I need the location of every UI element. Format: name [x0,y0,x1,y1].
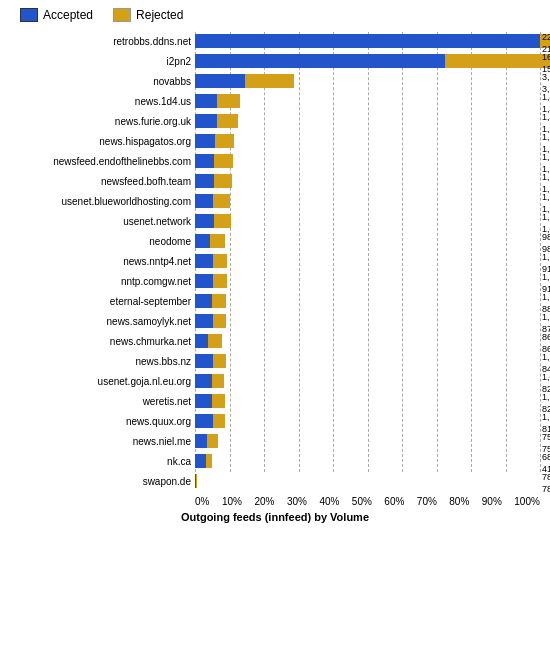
bars-wrapper: 685,249419,299 [195,454,540,468]
bar-accepted [195,34,540,48]
bar-row: usenet.goja.nl.eu.org1,080,047822,012 [10,372,540,390]
bar-rejected [207,434,219,448]
bar-accepted [195,394,212,408]
bars-wrapper: 1,412,2611,392,691 [195,114,540,128]
bar-accepted [195,434,207,448]
bar-accepted [195,254,213,268]
bar-rejected [213,254,227,268]
bar-label: usenet.network [10,216,195,227]
bar-row: i2pn216,141,98515,121,902 [10,52,540,70]
bar-area: 1,177,870919,835 [195,254,540,268]
bar-label: newsfeed.bofh.team [10,176,195,187]
bar-row: eternal-september1,107,371880,428 [10,292,540,310]
bars-wrapper: 757,459757,459 [195,434,540,448]
bar-accepted [195,154,214,168]
bar-row: news.samoylyk.net1,142,081876,846 [10,312,540,330]
bar-label: news.furie.org.uk [10,116,195,127]
bar-rejected [214,214,231,228]
bar-row: swapon.de78,18578,185 [10,472,540,490]
bar-area: 16,141,98515,121,902 [195,54,540,68]
bar-area: 1,115,197821,837 [195,394,540,408]
bar-area: 1,220,2611,077,335 [195,214,540,228]
bar-rejected [213,354,226,368]
chart-wrapper: retrobbs.ddns.net22,299,83221,648,579i2p… [10,32,540,492]
bar-row: usenet.network1,220,2611,077,335 [10,212,540,230]
x-axis-label: 30% [287,496,307,507]
bar-rejected [212,294,226,308]
bar-row: news.bbs.nz1,177,754845,633 [10,352,540,370]
bar-accepted [195,54,445,68]
bar-label: news.quux.org [10,416,195,427]
bar-accepted [195,194,213,208]
bars-wrapper: 863,513863,513 [195,334,540,348]
bar-label: news.nntp4.net [10,256,195,267]
bar-label: nntp.comgw.net [10,276,195,287]
bar-label: news.hispagatos.org [10,136,195,147]
bar-row: retrobbs.ddns.net22,299,83221,648,579 [10,32,540,50]
bar-label: news.1d4.us [10,96,195,107]
bar-area: 1,412,2611,392,691 [195,114,540,128]
bar-row: news.furie.org.uk1,412,2611,392,691 [10,112,540,130]
bar-accepted [195,414,213,428]
bar-rejected [214,174,233,188]
bars-wrapper: 1,177,754845,633 [195,354,540,368]
chart-container: Accepted Rejected retrobbs.ddns.net22,29… [0,0,550,655]
x-axis-label: 90% [482,496,502,507]
bar-label: news.bbs.nz [10,356,195,367]
bar-label: weretis.net [10,396,195,407]
bars-wrapper: 78,18578,185 [195,474,540,488]
bar-area: 1,196,8461,196,646 [195,174,540,188]
bar-row: news.nntp4.net1,177,870919,835 [10,252,540,270]
bars-wrapper: 22,299,83221,648,579 [195,34,540,48]
x-axis-label: 100% [514,496,540,507]
legend-accepted-label: Accepted [43,8,93,22]
bar-accepted [195,114,217,128]
bar-accepted [195,174,214,188]
bar-label: news.niel.me [10,436,195,447]
bar-row: news.hispagatos.org1,277,9971,226,493 [10,132,540,150]
bar-accepted [195,374,212,388]
bar-rejected [245,74,294,88]
bars-wrapper: 3,250,0693,169,672 [195,74,540,88]
bar-accepted [195,354,213,368]
bar-area: 1,136,667814,385 [195,414,540,428]
bar-accepted [195,314,213,328]
bar-rejected [208,334,221,348]
bar-rejected [213,414,226,428]
bar-area: 1,142,081876,846 [195,314,540,328]
bar-accepted [195,214,214,228]
bar-accepted [195,74,245,88]
bar-label: i2pn2 [10,56,195,67]
bar-area: 863,513863,513 [195,334,540,348]
bar-label: novabbs [10,76,195,87]
x-axis: 0%10%20%30%40%50%60%70%80%90%100% [195,496,540,507]
bar-area: 1,171,233913,198 [195,274,540,288]
bar-row: newsfeed.endofthelinebbs.com1,247,5171,2… [10,152,540,170]
bar-label: eternal-september [10,296,195,307]
bar-label: nk.ca [10,456,195,467]
bar-row: usenet.blueworldhosting.com1,139,7491,13… [10,192,540,210]
bar-accepted [195,454,206,468]
bar-label: newsfeed.endofthelinebbs.com [10,156,195,167]
bar-row: news.chmurka.net863,513863,513 [10,332,540,350]
bar-accepted [195,334,208,348]
bar-area: 1,438,1081,438,108 [195,94,540,108]
x-axis-label: 70% [417,496,437,507]
legend-accepted-box [20,8,38,22]
bars-wrapper: 1,177,870919,835 [195,254,540,268]
legend-rejected: Rejected [113,8,183,22]
bar-label: news.chmurka.net [10,336,195,347]
bars-wrapper: 16,141,98515,121,902 [195,54,540,68]
bar-row: news.niel.me757,459757,459 [10,432,540,450]
bar-area: 757,459757,459 [195,434,540,448]
bar-area: 1,277,9971,226,493 [195,134,540,148]
bar-rejected [196,474,197,488]
legend-accepted: Accepted [20,8,93,22]
bar-label: usenet.blueworldhosting.com [10,196,195,207]
bars-wrapper: 1,139,7491,139,749 [195,194,540,208]
bar-accepted [195,274,213,288]
bar-values: 78,18578,185 [540,472,550,495]
bar-rejected [217,114,239,128]
bars-wrapper: 1,277,9971,226,493 [195,134,540,148]
bars-wrapper: 1,107,371880,428 [195,294,540,308]
